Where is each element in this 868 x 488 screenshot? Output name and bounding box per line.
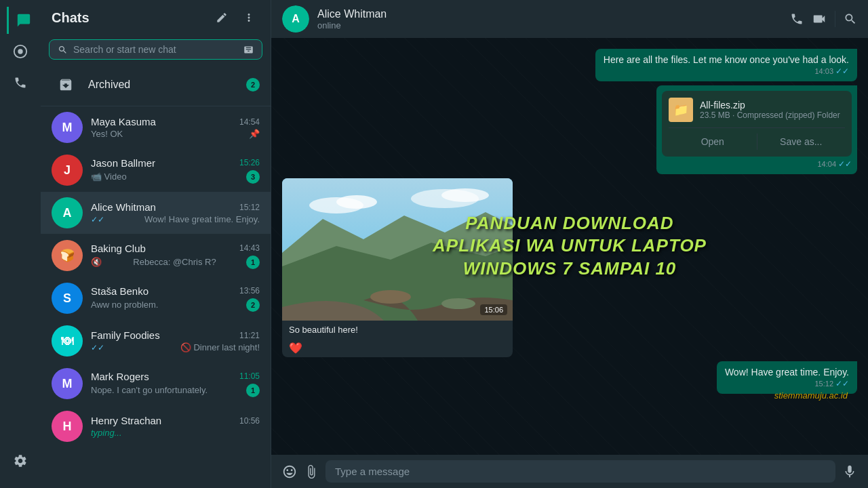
message-input[interactable]	[326, 460, 835, 483]
video-call-button[interactable]	[812, 12, 827, 26]
search-chat-button[interactable]	[844, 12, 857, 26]
img-reaction: ❤️	[282, 339, 513, 357]
sidebar-icon-status[interactable]	[7, 38, 34, 65]
chat-name-mark: Mark Rogers	[91, 371, 149, 382]
file-size: 23.5 MB · Compressed (zipped) Folder	[700, 110, 840, 120]
msg-check-file: ✓✓	[838, 159, 852, 169]
compose-button[interactable]	[211, 7, 233, 28]
chat-time-jason: 15:26	[239, 158, 260, 167]
avatar-maya: M	[52, 112, 83, 143]
landscape-svg	[282, 178, 513, 321]
main-chat: A Alice Whitman online PANDUAN DOWNLOAD …	[271, 0, 868, 488]
file-name: All-files.zip	[700, 100, 840, 110]
chat-panel: Chats Archived 2 M	[41, 0, 271, 488]
chat-time-henry: 10:56	[239, 416, 260, 426]
archived-label: Archived	[88, 79, 238, 91]
chat-name-family: Family Foodies	[91, 329, 160, 341]
chat-name-alice: Alice Whitman	[91, 201, 156, 213]
msg-check-1: ✓✓	[835, 66, 849, 76]
attach-button[interactable]	[304, 464, 319, 479]
chat-item-mark[interactable]: M Mark Rogers 11:05 Nope. I can't go unf…	[41, 363, 271, 405]
msg-text-1: Here are all the files. Let me know once…	[604, 54, 849, 65]
file-icon: 📁	[669, 98, 693, 122]
save-as-button[interactable]: Save as...	[757, 134, 846, 150]
chat-time-baking: 14:43	[239, 243, 260, 253]
chat-time-maya: 14:54	[239, 117, 260, 127]
avatar-baking: 🍞	[52, 240, 83, 271]
sidebar-icon-calls[interactable]	[7, 69, 34, 96]
svg-point-4	[336, 195, 377, 209]
chat-msg-jason: 📹 Video	[91, 171, 127, 182]
chat-time-stasa: 13:56	[239, 286, 260, 296]
avatar-henry: H	[52, 411, 83, 442]
svg-point-1	[18, 49, 22, 54]
chat-msg-alice: Wow! Have great time. Enjoy.	[144, 214, 260, 224]
chat-item-maya[interactable]: M Maya Kasuma 14:54 Yes! OK 📌	[41, 106, 271, 149]
chat-item-alice[interactable]: A Alice Whitman 15:12 ✓✓ Wow! Have great…	[41, 192, 271, 235]
badge-stasa: 2	[246, 298, 260, 312]
chat-msg-henry: typing...	[91, 428, 122, 438]
double-check-alice: ✓✓	[91, 215, 104, 224]
chat-header-avatar[interactable]: A	[282, 5, 309, 33]
msg-time-file: 14:04	[817, 160, 836, 168]
chat-panel-header: Chats	[41, 0, 271, 35]
img-caption: So beautiful here!	[282, 321, 513, 339]
voice-call-button[interactable]	[790, 12, 804, 26]
avatar-jason: J	[52, 155, 83, 186]
badge-mark: 1	[246, 384, 260, 397]
search-icon	[58, 45, 68, 55]
file-bubble: 📁 All-files.zip 23.5 MB · Compressed (zi…	[662, 91, 852, 157]
chat-time-alice: 15:12	[239, 203, 260, 212]
msg-check-last: ✓✓	[835, 379, 849, 388]
mic-button[interactable]	[842, 464, 857, 479]
input-bar	[271, 455, 868, 488]
chat-time-mark: 11:05	[239, 371, 260, 381]
open-button[interactable]: Open	[669, 134, 757, 150]
archived-row[interactable]: Archived 2	[41, 64, 271, 106]
sidebar-icon-chats[interactable]	[7, 7, 34, 34]
emoji-button[interactable]	[282, 464, 297, 479]
avatar-alice: A	[52, 197, 83, 228]
img-time: 15:06	[480, 304, 507, 315]
chat-name-henry: Henry Strachan	[91, 415, 161, 426]
chat-header: A Alice Whitman online	[271, 0, 868, 38]
chat-item-henry[interactable]: H Henry Strachan 10:56 typing...	[41, 405, 271, 448]
badge-baking: 1	[246, 256, 260, 269]
msg-time-1: 14:03	[814, 67, 833, 75]
chat-item-family[interactable]: 🍽 Family Foodies 11:21 ✓✓ 🚫 Dinner last …	[41, 320, 271, 363]
avatar-stasa: S	[52, 283, 83, 314]
chat-header-actions	[790, 11, 857, 27]
chat-contact-status: online	[317, 20, 782, 30]
menu-button[interactable]	[238, 7, 260, 28]
avatar-mark: M	[52, 368, 83, 399]
file-details: All-files.zip 23.5 MB · Compressed (zipp…	[700, 100, 840, 120]
msg-image: 15:06 So beautiful here! ❤️	[282, 178, 513, 357]
chat-item-stasa[interactable]: S Staša Benko 13:56 Aww no problem. 2	[41, 277, 271, 320]
msg-text-last: Wow! Have great time. Enjoy.	[725, 367, 849, 378]
badge-jason: 3	[246, 170, 260, 184]
pin-icon-maya: 📌	[249, 129, 260, 139]
search-input[interactable]	[73, 44, 238, 55]
archive-icon	[52, 70, 80, 99]
chat-msg-mark: Nope. I can't go unfortunately.	[91, 385, 208, 395]
chat-item-jason[interactable]: J Jason Ballmer 15:26 📹 Video 3	[41, 149, 271, 192]
svg-point-9	[370, 290, 411, 304]
chat-contact-name: Alice Whitman	[317, 8, 782, 20]
msg-time-last: 15:12	[814, 380, 833, 388]
msg-sent-1: Here are all the files. Let me know once…	[595, 49, 857, 81]
msg-sent-last: Wow! Have great time. Enjoy. 15:12 ✓✓	[717, 361, 857, 394]
messages-area: PANDUAN DOWNLOAD APLIKASI WA UNTUK LAPTO…	[271, 38, 868, 455]
chat-list: M Maya Kasuma 14:54 Yes! OK 📌 J Jason Ba…	[41, 106, 271, 488]
chat-name-stasa: Staša Benko	[91, 285, 149, 297]
msg-file-bubble: 📁 All-files.zip 23.5 MB · Compressed (zi…	[656, 85, 857, 174]
chat-item-baking[interactable]: 🍞 Baking Club 14:43 🔇 Rebecca: @Chris R?…	[41, 235, 271, 277]
double-check-family: ✓✓	[91, 343, 104, 352]
sidebar	[0, 0, 41, 488]
chat-msg-family: 🚫 Dinner last night!	[180, 342, 260, 352]
sidebar-icon-settings[interactable]	[7, 447, 34, 474]
svg-point-10	[441, 298, 475, 309]
chat-name-maya: Maya Kasuma	[91, 116, 156, 127]
search-bar	[41, 35, 271, 64]
avatar-family: 🍽	[52, 325, 83, 357]
search-wrapper	[49, 39, 262, 60]
